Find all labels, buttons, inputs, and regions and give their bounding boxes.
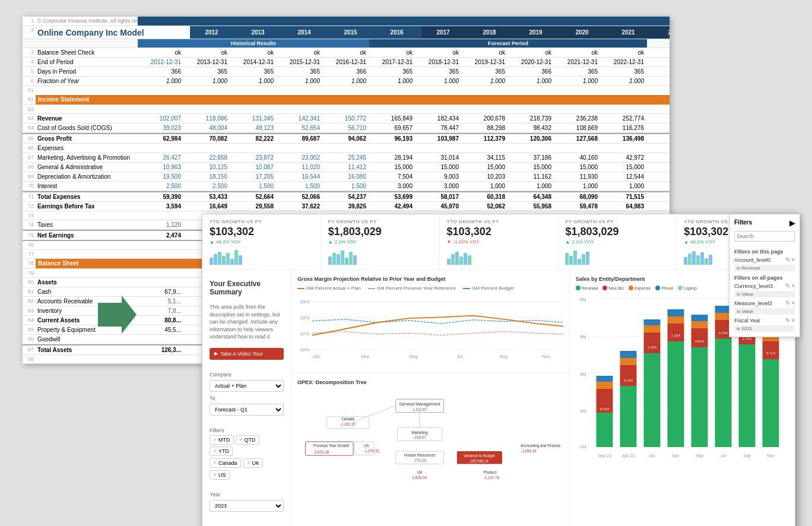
svg-text:3M: 3M bbox=[580, 372, 586, 377]
legend-phone: Phone bbox=[655, 286, 673, 290]
filter-account-value: is Revenue bbox=[734, 265, 795, 271]
kpi-bar-4 bbox=[565, 247, 669, 265]
kpi-label-1: YTD GROWTH VS PY bbox=[210, 219, 313, 224]
kpi-label-3: YTD GROWTH VS PY bbox=[447, 219, 551, 224]
svg-rect-69 bbox=[668, 324, 684, 341]
to-select[interactable]: Forecast - Q1 bbox=[210, 404, 284, 416]
svg-text:1M: 1M bbox=[580, 444, 586, 449]
ytd-filter-btn[interactable]: YTD bbox=[210, 446, 233, 456]
compare-section: Compare Actual + Plan To Forecast - Q1 bbox=[210, 372, 284, 416]
legend-expense: Expense bbox=[629, 286, 651, 290]
filter-currency-edit-icon[interactable]: ✎ bbox=[785, 283, 790, 289]
compare-select[interactable]: Actual + Plan bbox=[210, 380, 284, 392]
svg-text:Product: Product bbox=[484, 470, 497, 474]
kpi-label-4: FY GROWTH VS PY bbox=[565, 219, 669, 224]
filter-item-account: Account_level0 ✎ × bbox=[734, 256, 795, 263]
svg-rect-83 bbox=[739, 344, 756, 447]
filter-currency-value: Is Value bbox=[734, 291, 795, 297]
svg-rect-53 bbox=[597, 413, 613, 447]
svg-text:1,313.67: 1,313.67 bbox=[413, 407, 427, 411]
filter-currency-clear-icon[interactable]: × bbox=[791, 283, 795, 289]
svg-text:General Management: General Management bbox=[399, 402, 440, 407]
svg-text:Nov: Nov bbox=[542, 354, 550, 359]
right-filters-panel: Filters ▶ Filters on this page Account_l… bbox=[729, 214, 800, 337]
legend-budget-line bbox=[463, 288, 470, 289]
svg-text:Nov 22: Nov 22 bbox=[621, 454, 635, 458]
svg-text:Mar: Mar bbox=[361, 354, 370, 359]
mtd-filter-btn[interactable]: MTD bbox=[210, 435, 234, 445]
kpi-value-4: $1,803,029 bbox=[565, 226, 669, 238]
svg-text:-1,061.37: -1,061.37 bbox=[340, 422, 356, 426]
filter-account-label: Account_level0 bbox=[734, 257, 770, 263]
svg-text:0.714: 0.714 bbox=[766, 351, 776, 355]
svg-text:Nov: Nov bbox=[767, 454, 775, 458]
svg-rect-61 bbox=[620, 351, 637, 358]
kpi-bar-1 bbox=[210, 247, 313, 265]
kpi-label-2: FY GROWTH VS PY bbox=[328, 219, 432, 224]
filter-measure-edit-icon[interactable]: ✎ bbox=[785, 300, 790, 306]
table-row: 65 Gross Profit 62,98470,08282,22289,687… bbox=[23, 133, 670, 144]
geo-filter-btns: Canada UK US bbox=[210, 458, 284, 480]
filter-account-clear-icon[interactable]: × bbox=[791, 256, 795, 263]
svg-text:Jul: Jul bbox=[721, 454, 726, 458]
to-label: To bbox=[210, 395, 284, 401]
svg-text:-3,670.18: -3,670.18 bbox=[313, 450, 329, 454]
all-pages-filters-title: Filters on all pages bbox=[734, 275, 795, 281]
filter-fiscal-clear-icon[interactable]: × bbox=[791, 317, 795, 324]
svg-text:Variance to Budget: Variance to Budget bbox=[464, 454, 495, 458]
us-filter-btn[interactable]: US bbox=[210, 470, 230, 480]
table-row: 6 Fraction of Year 1.0001.0001.0001.0001… bbox=[23, 77, 670, 86]
tour-button[interactable]: Take A Video Tour bbox=[210, 348, 284, 360]
compare-label: Compare bbox=[210, 372, 284, 378]
table-row: 4 End of Period 2012-12-312013-12-312014… bbox=[23, 58, 670, 67]
kpi-up-icon-2: ▲ bbox=[328, 239, 333, 245]
income-section-header: 61 Income Statement bbox=[23, 95, 670, 105]
svg-text:0.844: 0.844 bbox=[695, 340, 705, 343]
filter-item-measure: Measure_level3 ✎ × bbox=[734, 300, 795, 306]
opex-chart-title: OPEX: Decomposition Tree bbox=[297, 379, 563, 385]
svg-text:38%: 38% bbox=[300, 315, 309, 321]
kpi-down-icon: ▼ bbox=[447, 239, 452, 245]
svg-text:Jul: Jul bbox=[457, 354, 463, 359]
navigation-arrow bbox=[92, 291, 139, 338]
svg-text:0.794: 0.794 bbox=[624, 379, 633, 382]
filter-measure-label: Measure_level3 bbox=[734, 300, 772, 306]
svg-text:37%: 37% bbox=[300, 331, 309, 337]
svg-text:Sep: Sep bbox=[499, 354, 508, 359]
table-row: 70 Interest 2,5002,5001,5001,5001,500 3,… bbox=[23, 182, 670, 191]
svg-text:1.234: 1.234 bbox=[671, 334, 681, 337]
uk-filter-btn[interactable]: UK bbox=[243, 458, 264, 468]
opex-chart-container: OPEX: Decomposition Tree General Managem… bbox=[291, 373, 569, 492]
kpi-value-2: $1,803,029 bbox=[328, 226, 432, 238]
filters-title: Filters ▶ bbox=[734, 219, 795, 227]
svg-text:39%: 39% bbox=[300, 299, 309, 305]
table-row: 71 Total Expenses 59,39053,43352,66452,0… bbox=[23, 191, 670, 202]
filter-fiscal-value: is 2023 bbox=[734, 325, 795, 332]
svg-text:Jan: Jan bbox=[649, 454, 655, 458]
svg-text:Accounting and Finance: Accounting and Finance bbox=[521, 443, 561, 448]
table-row: 69 Depreciation & Amortization 19,50018,… bbox=[23, 172, 670, 182]
svg-text:0.194: 0.194 bbox=[600, 407, 610, 411]
svg-text:Jan: Jan bbox=[312, 354, 320, 359]
filter-fiscal-label: Fiscal Year bbox=[734, 318, 760, 324]
filters-expand-icon[interactable]: ▶ bbox=[789, 219, 795, 227]
filter-account-edit-icon[interactable]: ✎ bbox=[785, 256, 790, 263]
row-num-2: 2 bbox=[23, 26, 36, 39]
svg-rect-66 bbox=[644, 319, 661, 325]
filter-measure-clear-icon[interactable]: × bbox=[791, 300, 795, 306]
gm-legend: GM Percent Actual + Plan GM Percent Prev… bbox=[297, 286, 563, 291]
svg-text:US: US bbox=[364, 443, 369, 448]
qtd-filter-btn[interactable]: QTD bbox=[236, 435, 259, 445]
dashboard: YTD GROWTH VS PY $103,302 ▲ 46.2% YOY FY… bbox=[202, 214, 795, 526]
filters-section: Filters MTD QTD YTD Canada UK US bbox=[210, 427, 284, 480]
year-select[interactable]: 2023 bbox=[210, 500, 284, 512]
table-row: 63 Revenue 102,007118,086131,345142,3411… bbox=[23, 114, 670, 123]
legend-py: GM Percent Previous Year Reference bbox=[368, 286, 456, 291]
svg-text:0.794: 0.794 bbox=[743, 337, 752, 341]
svg-rect-89 bbox=[763, 341, 779, 359]
filter-fiscal-edit-icon[interactable]: ✎ bbox=[785, 317, 790, 324]
filters-search-input[interactable] bbox=[734, 231, 795, 242]
svg-rect-64 bbox=[644, 332, 661, 353]
svg-text:Mar: Mar bbox=[672, 454, 680, 458]
canada-filter-btn[interactable]: Canada bbox=[210, 458, 241, 468]
